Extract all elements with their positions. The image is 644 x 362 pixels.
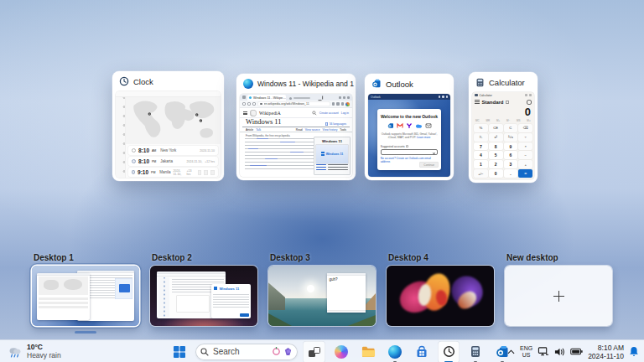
key-ce: CE xyxy=(489,124,503,132)
edge-icon xyxy=(388,345,402,359)
supports-line1: Outlook supports Microsoft 365, Gmail, Y… xyxy=(382,132,438,136)
keep-on-top-icon xyxy=(506,101,509,104)
desktop-1-label: Desktop 1 xyxy=(34,253,74,262)
clock-row-meridiem: PM xyxy=(151,171,155,174)
key-2: 2 xyxy=(489,160,503,168)
store-button[interactable] xyxy=(411,341,433,362)
outlook-thumb-title: Outlook xyxy=(386,80,413,89)
clock-row-offset: +13 hrs xyxy=(186,169,193,176)
language-region: US xyxy=(522,352,531,359)
desktop-1-thumbnail[interactable] xyxy=(32,266,139,326)
desktop-4-thumbnail[interactable] xyxy=(387,266,494,326)
edge-button[interactable] xyxy=(384,341,406,362)
search-highlight-gem-icon xyxy=(283,347,293,356)
clock-row-time: 9:10 xyxy=(138,169,148,175)
calculator-keypad: % CE C ⌫ ¹⁄ₓ x² ²√x ÷ 7 8 9 × 4 5 6 − 1 … xyxy=(474,124,532,178)
suggested-accounts-label-row: Suggested accounts xyxy=(381,145,438,148)
clock-row-city: Jakarta xyxy=(160,159,173,163)
infobox-value-bar xyxy=(328,164,348,165)
show-hidden-icons-chevron[interactable] xyxy=(507,349,515,354)
new-tab-icon xyxy=(319,96,322,99)
key-c: C xyxy=(504,124,518,132)
window-thumbnail-outlook[interactable]: Outlook Outlook Welcome to the new Outlo… xyxy=(365,74,454,180)
outlook-titlebar-label: Outlook xyxy=(371,96,381,99)
forward-icon xyxy=(247,102,251,106)
file-explorer-button[interactable] xyxy=(357,341,379,362)
clock-row-meridiem: PM xyxy=(152,160,156,163)
start-button[interactable] xyxy=(169,341,190,362)
continue-button: Continue xyxy=(419,162,439,168)
clock-app-icon xyxy=(119,76,129,86)
tray-time: 8:10 AM xyxy=(598,344,624,352)
mini-about-windows-window: Windows 11 xyxy=(211,284,251,319)
infobox-value-bar xyxy=(328,167,348,168)
language-switcher[interactable]: ENG US xyxy=(520,345,532,358)
maximize-icon xyxy=(343,96,345,99)
window-controls xyxy=(525,94,532,96)
window-thumbnail-edge[interactable]: Windows 11 - Wikipedia and 1 more… Windo… xyxy=(236,74,356,180)
infobox-title: Windows 11 xyxy=(316,139,348,143)
infobox-value-bar xyxy=(328,169,348,170)
key-multiply: × xyxy=(518,142,532,151)
desktop-4-label: Desktop 4 xyxy=(388,253,428,262)
memory-key: M∨ xyxy=(527,119,531,122)
search-placeholder: Search xyxy=(213,347,240,356)
file-explorer-icon xyxy=(361,345,376,358)
taskbar-center: Search xyxy=(169,340,513,362)
clock-row-time: 8:10 xyxy=(138,147,149,153)
network-icon[interactable] xyxy=(538,346,549,357)
key-square: x² xyxy=(489,133,503,142)
calculator-mini-icon xyxy=(475,94,478,97)
windows-logo-icon xyxy=(214,287,218,291)
close-icon xyxy=(446,96,449,98)
clock-row-action-button xyxy=(210,170,215,175)
memory-key: MS xyxy=(517,119,521,122)
clock-mini-sidebar xyxy=(116,97,126,178)
supports-line2: iCloud, IMAP, and POP. xyxy=(388,136,416,139)
minimize-icon xyxy=(525,94,527,96)
key-percent: % xyxy=(474,124,488,132)
menu-view-history: View history xyxy=(323,128,338,132)
new-desktop-button[interactable] xyxy=(505,266,612,326)
second-tab xyxy=(288,96,316,101)
notification-bell-icon[interactable] xyxy=(629,346,639,357)
volume-icon[interactable] xyxy=(554,347,565,357)
clock-thumb-preview: 8:10 AM New York 2024-11-10 8:10 PM Jaka… xyxy=(116,91,221,178)
active-tab-label: Windows 11 - Wikipe… xyxy=(253,96,286,100)
windows-start-icon xyxy=(173,345,186,359)
battery-icon[interactable] xyxy=(570,348,583,355)
desktop-2-label: Desktop 2 xyxy=(152,253,192,262)
supports-caption: Outlook supports Microsoft 365, Gmail, Y… xyxy=(381,132,438,140)
window-controls xyxy=(339,96,350,99)
key-7: 7 xyxy=(474,142,488,151)
clock-date-area[interactable]: 8:10 AM 2024-11-10 xyxy=(588,344,624,360)
desktop-4-wallpaper xyxy=(387,266,494,326)
clock-button[interactable] xyxy=(438,341,460,362)
key-divide: ÷ xyxy=(518,133,532,142)
calculator-button[interactable] xyxy=(465,341,486,362)
weather-widget[interactable]: 10°C Heavy rain xyxy=(3,340,65,362)
window-thumbnail-calculator[interactable]: Calculator Calculator Standard 0 MC MR xyxy=(469,72,538,183)
article-text-lines xyxy=(245,138,314,172)
taskbar: 10°C Heavy rain Search xyxy=(0,339,644,362)
desktop-2-thumbnail[interactable]: Windows 11 xyxy=(150,266,257,326)
clock-row-action-button xyxy=(204,170,208,175)
wikipedia-globe-logo xyxy=(250,110,257,116)
refresh-icon xyxy=(252,102,256,106)
outlook-thumb-header: Outlook xyxy=(365,74,454,94)
hamburger-icon xyxy=(475,100,480,104)
heavy-rain-icon xyxy=(8,344,23,359)
learn-more-link: Learn more xyxy=(417,136,430,139)
mini-map xyxy=(39,277,88,295)
task-view-button[interactable] xyxy=(303,341,325,362)
wikipedia-header-right: Create account Log in xyxy=(312,111,349,116)
outlook-welcome-card: Welcome to the new Outlook Outlook suppo… xyxy=(377,109,441,170)
key-4: 4 xyxy=(474,151,488,159)
clock-row-date: 2024-11-10 xyxy=(200,149,215,153)
copilot-button[interactable] xyxy=(330,341,352,362)
desktop-3-thumbnail[interactable]: guh? xyxy=(268,266,376,326)
maximize-icon xyxy=(442,96,444,98)
search-box[interactable]: Search xyxy=(195,344,298,360)
log-in-link: Log in xyxy=(341,111,349,115)
window-thumbnail-clock[interactable]: Clock 8:10 AM xyxy=(112,71,224,181)
